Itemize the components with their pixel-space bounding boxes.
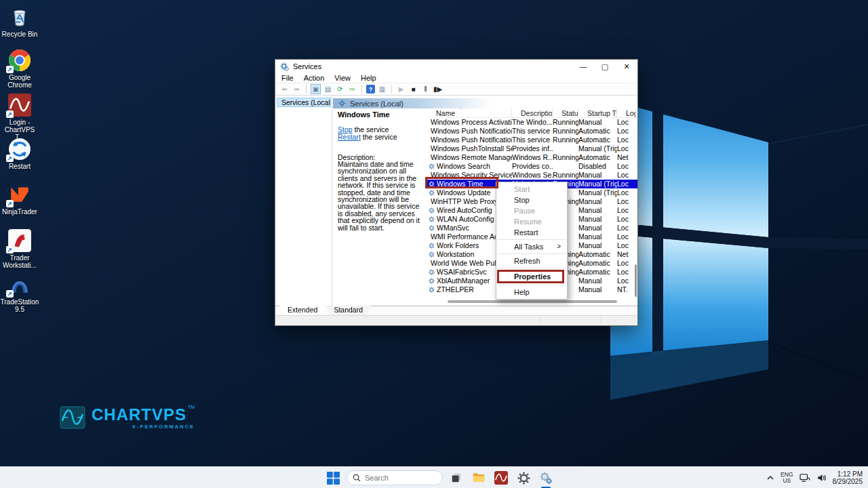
tool-bar: ⬅➡▣▤⟳⇨?▥▶■‖▮▶ [275,83,637,96]
maximize-button[interactable]: ▢ [594,60,616,73]
context-menu-properties[interactable]: Properties [497,270,564,283]
context-menu-restart[interactable]: Restart [496,227,567,238]
show-console-tree-icon[interactable]: ▣ [311,84,321,94]
cell-startup-type: Manual (Trig... [578,144,617,153]
cell-log-on_as: Loc [617,232,636,241]
cell-startup-type: Manual [578,118,617,127]
desktop-icon-tradestation[interactable]: TradeStation 9.5 [0,273,39,313]
cell-startup-type: Automatic [578,250,617,259]
language-indicator[interactable]: ENG US [781,472,793,484]
volume-icon[interactable] [816,473,827,483]
list-header: ^ NameDescriptionStatusStartup TypeLog [427,108,637,118]
restart-service-link[interactable]: Restart [338,133,361,141]
service-gear-icon [429,216,435,222]
service-row-windows-search[interactable]: Windows SearchProvides co...DisabledLoc [427,162,637,171]
help-icon[interactable]: ? [366,85,375,94]
desktop-icon-label: NinjaTrader [0,208,39,216]
context-menu-help[interactable]: Help [496,287,567,298]
task-view-button[interactable] [448,469,465,487]
desktop: Recycle Bin Google Chrome Login - ChartV… [0,0,868,488]
vertical-scrollbar[interactable] [635,264,637,297]
chartvps-logo: CHARTVPS TM X-PERFORMANCE [60,406,195,430]
cell-status: Running [553,118,578,127]
search-input[interactable] [365,474,433,482]
network-icon[interactable] [800,473,810,483]
menu-action[interactable]: Action [304,74,325,82]
column-header-startup-type[interactable]: Startup Type [578,108,617,117]
back-icon[interactable]: ⬅ [279,84,290,94]
service-row-windows-security-service[interactable]: Windows Security ServiceWindows Se...Run… [427,171,637,180]
minimize-button[interactable]: — [572,60,594,73]
tree-item-services-local[interactable]: Services (Local) [277,98,331,107]
chartvps-app-button[interactable] [492,469,510,487]
clock[interactable]: 1:12 PM 8/29/2025 [833,470,863,485]
column-header-name[interactable]: Name [427,108,512,117]
service-row-windows-push-notification[interactable]: Windows Push Notification...This service… [427,136,637,144]
forward-icon[interactable]: ➡ [292,84,302,94]
horizontal-scrollbar[interactable] [448,300,617,303]
title-bar[interactable]: Services — ▢ ✕ [275,60,637,73]
menu-file[interactable]: File [281,74,294,82]
cell-description: Windows Se... [512,171,553,180]
desktop-icon-ninjatrader[interactable]: NinjaTrader [0,183,39,216]
settings-button[interactable] [515,469,532,487]
desktop-icon-restart[interactable]: Restart [0,138,39,170]
chartvps-logo-icon [60,406,85,429]
window-body: Services (Local) Services (Local) Window… [275,96,637,306]
service-row-windows-push-notification[interactable]: Windows Push Notification...This service… [427,127,637,136]
cell-name: Windows Remote Manage... [427,153,512,162]
cell-startup-type: Automatic [578,127,617,136]
desktop-icon-google-chrome[interactable]: Google Chrome [0,49,39,89]
menu-help[interactable]: Help [361,74,376,82]
cell-startup-type: Automatic [578,136,617,144]
tab-standard[interactable]: Standard [326,306,371,315]
properties-icon[interactable]: ▤ [323,84,333,94]
service-name-text: WSAIFabricSvc [437,268,487,277]
cell-status: Running [553,153,578,162]
context-menu-all-tasks[interactable]: All Tasks> [496,241,567,252]
column-header-description[interactable]: Description [512,108,553,117]
menu-view[interactable]: View [334,74,351,82]
context-menu-stop[interactable]: Stop [496,195,567,205]
refresh-icon[interactable]: ⟳ [335,84,345,94]
stop-service-icon[interactable]: ■ [408,84,418,94]
chrome-icon [8,49,31,72]
toolbar-separator [391,85,392,94]
service-name-text: Windows Push Notification... [431,127,512,136]
cell-name: Windows Search [427,162,512,171]
tray-date: 8/29/2025 [833,478,863,485]
service-row-windows-remote-manage[interactable]: Windows Remote Manage...Windows R...Runn… [427,153,637,162]
chartvps-app-icon [8,94,31,117]
restart-service-icon[interactable]: ▮▶ [433,84,443,94]
file-explorer-button[interactable] [470,469,488,487]
start-service-icon[interactable]: ▶ [396,84,406,94]
pause-service-icon[interactable]: ‖ [420,84,431,94]
service-row-windows-pushtoinstall-serv[interactable]: Windows PushToInstall Serv...Provides in… [427,144,637,153]
shortcut-arrow-icon [6,66,14,73]
service-gear-icon [429,163,435,169]
toolbar-separator [306,85,307,94]
ninjatrader-icon [8,183,31,206]
desktop-icon-recycle-bin[interactable]: Recycle Bin [0,5,39,38]
sort-ascending-icon: ^ [460,108,462,112]
desktop-icon-trader-workstation[interactable]: Trader Workstati... [0,229,39,269]
tray-chevron-up-icon[interactable] [766,474,774,482]
close-button[interactable]: ✕ [616,60,637,73]
cell-startup-type: Manual (Trig... [578,188,617,197]
window-title: Services [293,62,321,70]
context-menu-refresh[interactable]: Refresh [496,256,567,266]
service-row-windows-process-activatio[interactable]: Windows Process Activatio...The Windo...… [427,118,637,127]
export-list-icon[interactable]: ⇨ [347,84,357,94]
start-button[interactable] [324,469,342,487]
services-app-button[interactable] [537,469,555,487]
cell-log-on_as: Loc [617,277,636,285]
desktop-icon-label: Restart [0,163,39,170]
desktop-icon-login-chartvps[interactable]: Login - ChartVPS T... [0,94,39,141]
show-action-pane-icon[interactable]: ▥ [377,84,387,94]
column-header-log[interactable]: Log [617,108,636,117]
taskbar: ENG US 1:12 PM 8/29/2025 [0,466,868,488]
tab-extended[interactable]: Extended [279,306,326,315]
desktop-icon-label: TradeStation 9.5 [0,298,39,313]
taskbar-search[interactable] [347,470,443,485]
column-header-status[interactable]: Status [553,108,578,117]
